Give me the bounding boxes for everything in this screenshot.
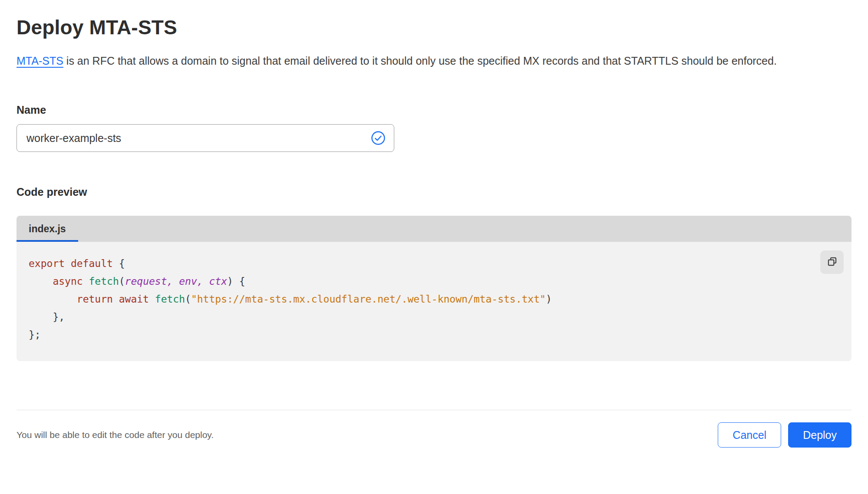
copy-code-button[interactable] xyxy=(820,250,844,274)
code-token: "https://mta-sts.mx.cloudflare.net/.well… xyxy=(191,293,546,305)
description: MTA-STS is an RFC that allows a domain t… xyxy=(17,51,846,71)
tab-label: index.js xyxy=(29,223,66,235)
copy-icon xyxy=(826,256,838,269)
code-token: fetch xyxy=(155,293,185,305)
description-text: is an RFC that allows a domain to signal… xyxy=(63,55,777,67)
code-token: async xyxy=(53,276,83,287)
code-token: fetch xyxy=(89,276,119,287)
code-token: request, env, ctx xyxy=(125,276,227,287)
code-token xyxy=(29,276,53,287)
name-label: Name xyxy=(17,104,851,116)
code-token: return await xyxy=(77,293,149,305)
code-token: ( xyxy=(119,276,125,287)
code-line: }; xyxy=(29,326,812,344)
code-token xyxy=(83,276,89,287)
code-token xyxy=(29,293,77,305)
code-token: export default xyxy=(29,258,113,269)
code-token: }; xyxy=(29,329,41,340)
code-line: return await fetch("https://mta-sts.mx.c… xyxy=(29,290,812,308)
code-preview-card: index.js export default { async fetch(re… xyxy=(17,216,851,361)
code-token: ) xyxy=(546,293,552,305)
code-line: async fetch(request, env, ctx) { xyxy=(29,273,812,290)
code-line: }, xyxy=(29,308,812,326)
code-token: ) { xyxy=(227,276,245,287)
name-input[interactable] xyxy=(17,124,394,152)
code-token xyxy=(149,293,155,305)
footer: You will be able to edit the code after … xyxy=(17,410,851,461)
code-lines: export default { async fetch(request, en… xyxy=(29,255,812,344)
deploy-mta-sts-page: Deploy MTA-STS MTA-STS is an RFC that al… xyxy=(0,16,868,461)
code-token: ( xyxy=(185,293,191,305)
name-input-wrap xyxy=(17,124,394,152)
tab-index-js[interactable]: index.js xyxy=(17,216,78,242)
cancel-button[interactable]: Cancel xyxy=(718,422,781,448)
footer-actions: Cancel Deploy xyxy=(718,422,851,448)
code-tab-bar: index.js xyxy=(17,216,851,242)
page-title: Deploy MTA-STS xyxy=(17,16,851,39)
mta-sts-link[interactable]: MTA-STS xyxy=(17,55,63,67)
code-editor: export default { async fetch(request, en… xyxy=(17,242,851,361)
code-token: { xyxy=(113,258,125,269)
footer-note: You will be able to edit the code after … xyxy=(17,430,214,440)
code-token: }, xyxy=(29,311,65,323)
deploy-button[interactable]: Deploy xyxy=(788,422,851,448)
code-preview-label: Code preview xyxy=(17,186,851,198)
code-line: export default { xyxy=(29,255,812,273)
check-circle-icon xyxy=(371,131,386,145)
